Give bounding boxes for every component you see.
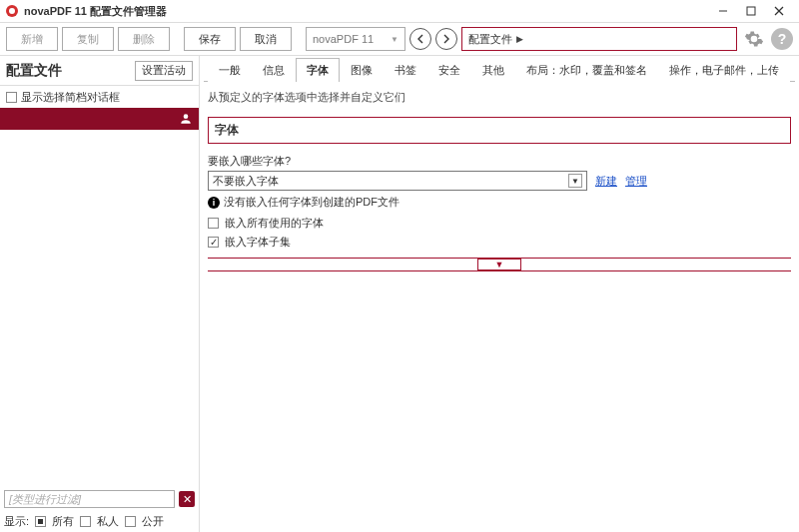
show-public-label: 公开	[142, 514, 164, 529]
sidebar-title: 配置文件	[6, 62, 62, 80]
tab-fonts[interactable]: 字体	[296, 58, 340, 82]
toolbar: 新增 复制 删除 保存 取消 novaPDF 11 ▼ 配置文件 ▶ ?	[0, 22, 799, 56]
show-label: 显示:	[4, 514, 29, 529]
show-public-checkbox[interactable]	[125, 516, 136, 527]
close-button[interactable]	[765, 1, 793, 21]
tab-description: 从预定义的字体选项中选择并自定义它们	[204, 82, 795, 113]
chevron-down-icon: ▼	[477, 259, 521, 270]
show-private-checkbox[interactable]	[80, 516, 91, 527]
svg-rect-1	[747, 7, 755, 15]
collapse-toggle[interactable]: ▼	[208, 258, 791, 271]
cancel-button[interactable]: 取消	[240, 27, 292, 51]
title-bar: novaPDF 11 配置文件管理器	[0, 0, 799, 22]
maximize-button[interactable]	[737, 1, 765, 21]
show-simple-dialog-label: 显示选择简档对话框	[21, 90, 120, 105]
profile-user-strip[interactable]	[0, 108, 199, 130]
filter-input[interactable]: [类型进行过滤]	[4, 490, 175, 508]
show-all-checkbox[interactable]	[35, 516, 46, 527]
nav-back-button[interactable]	[409, 28, 431, 50]
sidebar-header: 配置文件 设置活动	[0, 56, 199, 86]
tab-layout[interactable]: 布局：水印，覆盖和签名	[515, 58, 658, 82]
show-all-label: 所有	[52, 514, 74, 529]
minimize-button[interactable]	[709, 1, 737, 21]
tab-bookmarks[interactable]: 书签	[384, 58, 427, 82]
tab-strip: 一般 信息 字体 图像 书签 安全 其他 布局：水印，覆盖和签名 操作，电子邮件…	[204, 56, 795, 82]
embed-subset-label: 嵌入字体子集	[225, 235, 291, 250]
person-icon	[179, 112, 193, 126]
help-button[interactable]: ?	[771, 28, 793, 50]
show-private-label: 私人	[97, 514, 119, 529]
embed-all-label: 嵌入所有使用的字体	[225, 216, 324, 231]
clear-filter-button[interactable]: ✕	[179, 491, 195, 507]
tab-info[interactable]: 信息	[252, 58, 296, 82]
window-title: novaPDF 11 配置文件管理器	[24, 4, 167, 19]
embed-subset-checkbox[interactable]	[208, 237, 219, 248]
tab-actions[interactable]: 操作，电子邮件，上传	[658, 58, 790, 82]
copy-button[interactable]: 复制	[62, 27, 114, 51]
embed-fonts-label: 要嵌入哪些字体?	[204, 148, 795, 171]
embed-all-checkbox[interactable]	[208, 218, 219, 229]
tab-general[interactable]: 一般	[208, 58, 252, 82]
link-manage[interactable]: 管理	[625, 174, 647, 189]
printer-select-value: novaPDF 11	[313, 33, 374, 45]
show-simple-dialog-row[interactable]: 显示选择简档对话框	[0, 86, 199, 108]
show-row: 显示: 所有 私人 公开	[0, 510, 199, 532]
embed-fonts-dropdown[interactable]: 不要嵌入字体 ▼	[208, 171, 587, 191]
embed-subset-row[interactable]: 嵌入字体子集	[204, 233, 795, 252]
app-icon	[6, 5, 18, 17]
new-button[interactable]: 新增	[6, 27, 58, 51]
save-button[interactable]: 保存	[184, 27, 236, 51]
delete-button[interactable]: 删除	[118, 27, 170, 51]
printer-select[interactable]: novaPDF 11 ▼	[306, 27, 405, 51]
section-fonts-title: 字体	[208, 117, 791, 144]
info-text: 没有嵌入任何字体到创建的PDF文件	[224, 195, 400, 210]
filter-row: [类型进行过滤] ✕	[0, 488, 199, 510]
breadcrumb-arrow-icon: ▶	[516, 34, 523, 44]
settings-button[interactable]	[741, 26, 767, 52]
set-active-button[interactable]: 设置活动	[135, 61, 193, 81]
show-simple-dialog-checkbox[interactable]	[6, 92, 17, 103]
nav-forward-button[interactable]	[435, 28, 457, 50]
breadcrumb-box[interactable]: 配置文件 ▶	[461, 27, 737, 51]
chevron-down-icon: ▼	[391, 35, 399, 44]
breadcrumb-text: 配置文件	[468, 32, 512, 47]
main-pane: 一般 信息 字体 图像 书签 安全 其他 布局：水印，覆盖和签名 操作，电子邮件…	[200, 56, 799, 532]
info-row: i 没有嵌入任何字体到创建的PDF文件	[204, 191, 795, 214]
tab-other[interactable]: 其他	[471, 58, 515, 82]
link-new[interactable]: 新建	[595, 174, 617, 189]
embed-all-row[interactable]: 嵌入所有使用的字体	[204, 214, 795, 233]
embed-fonts-value: 不要嵌入字体	[213, 174, 279, 189]
tab-image[interactable]: 图像	[340, 58, 384, 82]
sidebar: 配置文件 设置活动 显示选择简档对话框 [类型进行过滤] ✕ 显示: 所有 私人…	[0, 56, 200, 532]
tab-security[interactable]: 安全	[427, 58, 471, 82]
chevron-down-icon: ▼	[568, 174, 582, 188]
info-icon: i	[208, 197, 220, 209]
